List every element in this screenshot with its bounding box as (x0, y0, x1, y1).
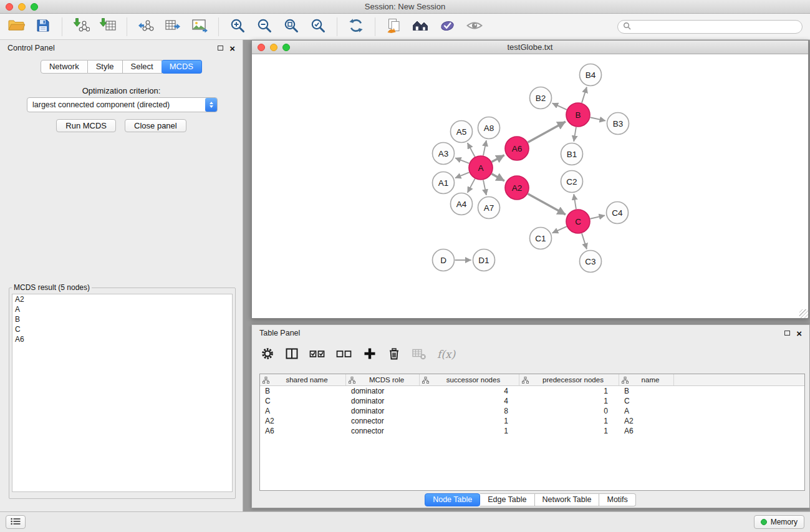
graph-edge-A-A1[interactable] (455, 172, 469, 178)
graph-edge-A-A8[interactable] (483, 140, 486, 155)
graph-edge-A-A7[interactable] (483, 180, 486, 195)
column-header-mcds-role[interactable]: MCDS role (346, 374, 420, 385)
graph-node-C2[interactable]: C2 (561, 171, 583, 193)
criterion-dropdown[interactable]: largest connected component (directed) (27, 97, 218, 112)
graph-edge-B-B4[interactable] (582, 87, 587, 103)
zoom-fit-button[interactable] (280, 16, 302, 37)
graph-edge-A-A2[interactable] (492, 174, 504, 181)
table-row[interactable]: Bdominator41B (260, 386, 804, 396)
graph-node-D[interactable]: D (433, 249, 455, 271)
close-panel-icon[interactable]: × (229, 44, 235, 53)
delete-column-button[interactable] (387, 347, 401, 362)
graph-node-C[interactable]: C (566, 210, 590, 233)
column-header-successor-nodes[interactable]: successor nodes (420, 374, 519, 385)
import-table-button[interactable] (97, 16, 119, 37)
close-table-panel-icon[interactable]: × (796, 329, 802, 338)
tab-select[interactable]: Select (123, 60, 162, 74)
graph-node-A7[interactable]: A7 (478, 197, 500, 219)
graph-edge-A-A6[interactable] (492, 155, 504, 162)
memory-button[interactable]: Memory (754, 515, 804, 529)
graph-node-A2[interactable]: A2 (505, 176, 529, 200)
search-field[interactable] (617, 20, 803, 34)
table-row[interactable]: A2connector11A2 (260, 416, 804, 426)
graph-node-A5[interactable]: A5 (451, 121, 473, 143)
mcds-result-item[interactable]: A2 (12, 294, 232, 304)
graph-edge-A6-B[interactable] (528, 122, 566, 142)
tab-network-table[interactable]: Network Table (535, 493, 600, 506)
search-input[interactable] (634, 22, 797, 31)
graph-edge-A-A3[interactable] (455, 158, 469, 163)
graph-edge-C-C4[interactable] (591, 215, 605, 218)
mcds-result-item[interactable]: A (12, 304, 232, 314)
float-panel-icon[interactable] (218, 46, 223, 51)
save-session-button[interactable] (32, 16, 54, 37)
graph-node-C4[interactable]: C4 (607, 202, 629, 224)
import-network-button[interactable] (70, 16, 92, 37)
graph-node-B1[interactable]: B1 (561, 143, 583, 165)
graph-node-A8[interactable]: A8 (478, 117, 500, 139)
mcds-result-item[interactable]: A6 (12, 334, 232, 344)
tab-edge-table[interactable]: Edge Table (480, 493, 534, 506)
zoom-out-button[interactable] (253, 16, 276, 37)
graph-edge-B-B3[interactable] (591, 117, 606, 120)
float-table-panel-icon[interactable] (784, 331, 790, 336)
network-graph[interactable]: AA6A2BCA5A8A3A1A4A7B2B4B3B1C2C4C1C3DD1 (252, 54, 808, 318)
graph-edge-C-C3[interactable] (582, 233, 587, 249)
graph-node-D1[interactable]: D1 (473, 249, 495, 271)
delete-table-button[interactable] (412, 347, 427, 362)
select-all-button[interactable] (309, 347, 325, 362)
mcds-result-item[interactable]: C (12, 324, 232, 334)
show-columns-button[interactable] (285, 347, 299, 362)
graph-node-A1[interactable]: A1 (433, 172, 455, 194)
home-view-button[interactable] (410, 16, 432, 37)
graph-edge-A2-C[interactable] (528, 194, 566, 215)
graph-node-C3[interactable]: C3 (580, 251, 602, 273)
column-header-name[interactable]: name (619, 374, 674, 385)
graph-edge-C-C1[interactable] (552, 226, 567, 233)
zoom-in-button[interactable] (226, 16, 249, 37)
graph-node-A4[interactable]: A4 (451, 193, 473, 215)
mcds-result-item[interactable]: B (12, 314, 232, 324)
export-image-button[interactable] (188, 16, 211, 37)
add-column-button[interactable] (363, 347, 377, 362)
run-mcds-button[interactable]: Run MCDS (56, 119, 116, 132)
export-table-button[interactable] (162, 16, 184, 37)
style-check-button[interactable] (436, 16, 459, 37)
column-header-shared-name[interactable]: shared name (260, 374, 346, 385)
tab-network[interactable]: Network (41, 60, 88, 74)
resize-grip[interactable] (799, 309, 808, 318)
deselect-all-button[interactable] (336, 347, 352, 362)
task-history-button[interactable] (6, 515, 26, 529)
graph-node-A3[interactable]: A3 (433, 143, 455, 165)
tab-motifs[interactable]: Motifs (599, 493, 635, 506)
export-network-button[interactable] (135, 16, 157, 37)
graph-edge-A-A5[interactable] (468, 143, 475, 157)
table-row[interactable]: A6connector11A6 (260, 426, 804, 436)
graph-node-B2[interactable]: B2 (530, 87, 552, 109)
function-builder-button[interactable]: f(x) (437, 348, 455, 360)
graph-edge-B-B2[interactable] (552, 103, 567, 109)
table-row[interactable]: Cdominator41C (260, 396, 804, 406)
tab-node-table[interactable]: Node Table (425, 493, 480, 506)
graph-node-B4[interactable]: B4 (580, 64, 602, 86)
mcds-result-list[interactable]: A2ABCA6 (12, 294, 233, 492)
graph-edge-C-C2[interactable] (574, 194, 576, 209)
tab-style[interactable]: Style (88, 60, 123, 74)
graph-node-B[interactable]: B (566, 103, 590, 127)
zoom-selected-button[interactable] (307, 16, 329, 37)
open-session-button[interactable] (5, 16, 27, 37)
close-panel-button[interactable]: Close panel (125, 119, 186, 132)
table-settings-button[interactable] (261, 347, 274, 362)
graph-edge-A-A4[interactable] (468, 179, 475, 193)
graph-node-A[interactable]: A (469, 156, 493, 180)
graph-node-A6[interactable]: A6 (505, 137, 529, 160)
graph-node-C1[interactable]: C1 (530, 228, 552, 249)
copy-view-button[interactable] (383, 16, 405, 37)
graph-edge-B-B1[interactable] (574, 127, 576, 142)
show-graphics-details-button[interactable] (463, 16, 486, 37)
tab-mcds[interactable]: MCDS (162, 60, 202, 74)
graph-node-B3[interactable]: B3 (607, 113, 629, 135)
table-row[interactable]: Adominator80A (260, 406, 804, 416)
column-header-predecessor-nodes[interactable]: predecessor nodes (519, 374, 619, 385)
refresh-view-button[interactable] (345, 16, 367, 37)
